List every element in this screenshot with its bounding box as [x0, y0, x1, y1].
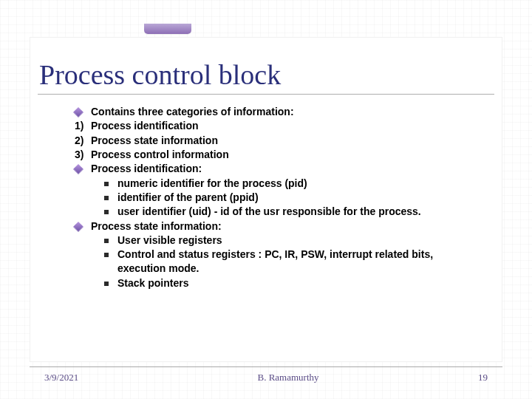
diamond-icon: [73, 107, 83, 117]
numbered-text: Process control information: [91, 148, 457, 162]
sub-text: user identifier (uid) - id of the usr re…: [117, 205, 457, 219]
sub-text: Stack pointers: [117, 276, 457, 290]
slide-body: Contains three categories of information…: [75, 105, 457, 290]
numbered-text: Process state information: [91, 134, 457, 148]
footer-rule: [30, 366, 502, 367]
sub-text: numeric identifier for the process (pid): [117, 177, 457, 191]
sub-stack: Stack pointers: [104, 276, 457, 290]
diamond-icon: [73, 221, 83, 231]
sub-uid: user identifier (uid) - id of the usr re…: [104, 205, 457, 219]
square-icon: [104, 182, 109, 186]
square-icon: [104, 210, 109, 214]
sub-text: User visible registers: [117, 233, 457, 248]
bullet-contains: Contains three categories of information…: [75, 105, 457, 119]
title-rule: [38, 94, 494, 95]
sub-text: identifier of the parent (ppid): [117, 191, 457, 205]
footer-page: 19: [458, 372, 488, 383]
slide-title: Process control block: [39, 58, 493, 91]
decorative-tab: [144, 24, 191, 34]
sub-pid: numeric identifier for the process (pid): [104, 177, 457, 191]
square-icon: [104, 253, 109, 257]
footer-date: 3/9/2021: [44, 372, 118, 383]
bullet-text: Contains three categories of information…: [91, 105, 457, 119]
number-label: 1): [75, 119, 91, 133]
footer-row: 3/9/2021 B. Ramamurthy 19: [30, 372, 502, 383]
footer-author: B. Ramamurthy: [118, 372, 458, 383]
square-icon: [104, 239, 109, 243]
number-label: 2): [75, 134, 91, 148]
square-icon: [104, 282, 109, 286]
slide-container: Process control block Contains three cat…: [30, 37, 502, 362]
bullet-text: Process identification:: [91, 162, 457, 176]
square-icon: [104, 196, 109, 200]
bullet-proc-state: Process state information:: [75, 219, 457, 233]
slide-footer: 3/9/2021 B. Ramamurthy 19: [30, 366, 502, 384]
bullet-proc-id: Process identification:: [75, 162, 457, 176]
numbered-2: 2) Process state information: [75, 134, 457, 148]
numbered-text: Process identification: [91, 119, 457, 133]
numbered-1: 1) Process identification: [75, 119, 457, 133]
bullet-text: Process state information:: [91, 219, 457, 233]
sub-user-regs: User visible registers: [104, 233, 457, 248]
sub-text: Control and status registers : PC, IR, P…: [117, 248, 457, 276]
diamond-icon: [73, 164, 83, 174]
sub-ctrl-regs: Control and status registers : PC, IR, P…: [104, 248, 457, 276]
sub-ppid: identifier of the parent (ppid): [104, 191, 457, 205]
numbered-3: 3) Process control information: [75, 148, 457, 162]
number-label: 3): [75, 148, 91, 162]
